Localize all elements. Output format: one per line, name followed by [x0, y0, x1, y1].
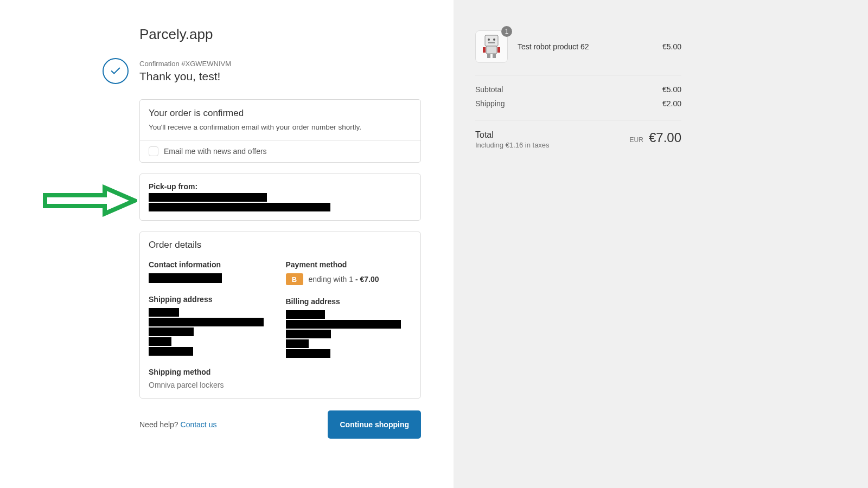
annotation-arrow-icon [42, 184, 137, 217]
robot-icon [481, 34, 502, 59]
contact-us-link[interactable]: Contact us [181, 420, 217, 429]
svg-rect-3 [488, 42, 495, 43]
svg-rect-0 [485, 35, 498, 46]
contact-info-title: Contact information [149, 260, 275, 269]
confirmed-subtitle: You'll receive a confirmation email with… [149, 123, 412, 131]
billing-address-title: Billing address [286, 297, 412, 306]
order-details-card: Order details Contact information Shippi… [139, 232, 421, 399]
footer-row: Need help? Contact us Continue shopping [139, 410, 421, 439]
redacted-text [286, 339, 309, 348]
shipping-method-title: Shipping method [149, 368, 275, 376]
line-item-name: Test robot product 62 [518, 42, 653, 51]
redacted-text [149, 328, 194, 336]
continue-shopping-button[interactable]: Continue shopping [328, 410, 421, 439]
shipping-method-value: Omniva parcel lockers [149, 381, 275, 389]
redacted-text [286, 330, 331, 338]
checkmark-icon [103, 58, 129, 84]
redacted-text [149, 308, 179, 317]
total-label: Total [475, 130, 550, 140]
order-details-title: Order details [149, 240, 412, 251]
line-item: 1 Test robot product 62 €5.00 [475, 30, 681, 63]
payment-method-title: Payment method [286, 260, 412, 269]
divider [475, 120, 681, 120]
redacted-text [149, 337, 171, 346]
store-name: Parcely.app [139, 26, 421, 43]
redacted-text [149, 318, 264, 326]
payment-badge-icon: B [286, 273, 303, 285]
shipping-address-title: Shipping address [149, 295, 275, 304]
tax-note: Including €1.16 in taxes [475, 141, 550, 149]
need-help-label: Need help? [139, 420, 178, 429]
shipping-label: Shipping [475, 99, 505, 108]
svg-rect-8 [493, 54, 496, 58]
subtotal-label: Subtotal [475, 85, 503, 94]
svg-rect-4 [486, 46, 497, 54]
redacted-text [149, 273, 222, 283]
payment-ending-text: ending with 1 [309, 275, 354, 284]
subtotal-value: €5.00 [662, 85, 681, 94]
redacted-text [286, 310, 325, 319]
order-confirmed-card: Your order is confirmed You'll receive a… [139, 99, 421, 163]
order-summary-panel: 1 Test robot product 62 €5.00 Subtotal €… [454, 0, 868, 488]
svg-rect-5 [483, 47, 486, 53]
total-amount: €7.00 [649, 130, 681, 145]
newsletter-checkbox[interactable] [149, 146, 158, 156]
confirmed-title: Your order is confirmed [149, 108, 412, 119]
quantity-badge: 1 [501, 26, 512, 37]
newsletter-label: Email me with news and offers [164, 147, 267, 156]
svg-rect-7 [487, 54, 490, 58]
payment-amount: - €7.00 [355, 275, 379, 284]
pickup-from-label: Pick-up from: [149, 182, 412, 191]
redacted-text [286, 349, 330, 358]
redacted-text [286, 320, 401, 329]
svg-point-1 [488, 38, 490, 41]
svg-point-2 [493, 38, 495, 41]
svg-rect-6 [497, 47, 500, 53]
thank-you-message: Thank you, test! [139, 70, 231, 83]
redacted-text [149, 347, 193, 356]
confirmation-number: Confirmation #XGWEWNIVM [139, 60, 231, 68]
main-panel: Parcely.app Confirmation #XGWEWNIVM Than… [0, 0, 454, 488]
pickup-card: Pick-up from: [139, 174, 421, 221]
line-item-price: €5.00 [662, 42, 681, 51]
confirmation-header: Confirmation #XGWEWNIVM Thank you, test! [103, 58, 421, 84]
product-thumbnail: 1 [475, 30, 508, 63]
currency-code: EUR [630, 136, 643, 144]
shipping-value: €2.00 [662, 99, 681, 108]
redacted-text [149, 203, 330, 211]
divider [475, 75, 681, 75]
redacted-text [149, 193, 267, 202]
